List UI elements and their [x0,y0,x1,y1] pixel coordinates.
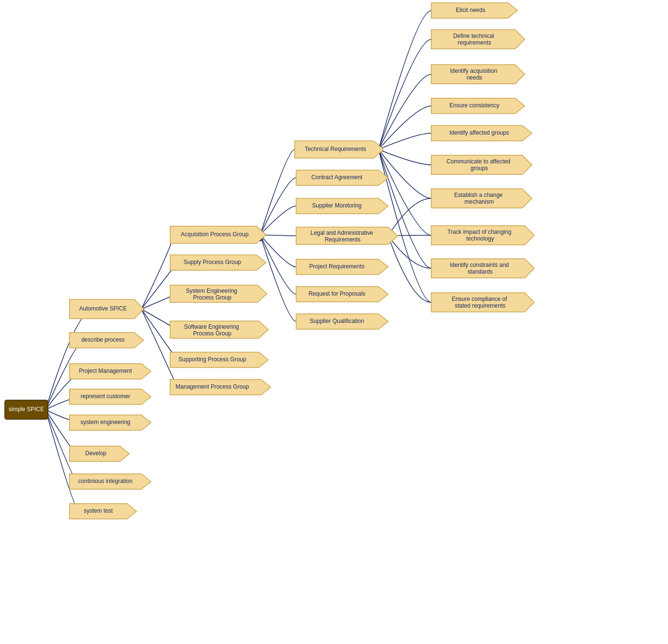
node-contract-agreement: Contract Agreement [296,170,388,185]
node-ensure-compliance: Ensure compliance of stated requirements [431,293,534,312]
describe-process-label: describe process [81,336,125,343]
node-establish-change-mechanism: Establish a change mechanism [431,189,532,208]
request-for-proposals-label: Request for Proposals [309,290,366,297]
node-system-engineering: system engineering [69,415,151,430]
develop-label: Develop [85,450,106,457]
management-process-group-label: Management Process Group [175,383,249,390]
supplier-monitoring-label: Supplier Monitoring [312,202,361,209]
project-management-label: Project Management [79,368,132,374]
node-acquisition-process-group: Acquisition Process Group [170,226,266,243]
root-label: simple SPICE [9,406,44,413]
system-test-label: system test [84,507,113,514]
node-define-technical-requirements: Define technical requirements [431,30,525,49]
node-software-engineering-process-group: Software Engineering Process Group [170,321,268,338]
system-engineering-process-group-label: System Engineering Process Group [186,288,239,301]
node-supply-process-group: Supply Process Group [170,255,266,270]
node-elicit-needs: Elicit needs [431,3,518,18]
node-develop: Develop [69,446,129,461]
node-management-process-group: Management Process Group [170,380,271,395]
node-communicate-to-affected-groups: Communicate to affected groups [431,155,532,174]
ensure-compliance-label: Ensure compliance of stated requirements [452,296,509,309]
node-project-management: Project Management [69,364,151,379]
supporting-process-group-label: Supporting Process Group [178,356,246,363]
node-system-test: system test [69,504,137,519]
elicit-needs-label: Elicit needs [456,7,485,13]
node-technical-requirements: Technical Requirements [295,141,383,158]
node-supporting-process-group: Supporting Process Group [170,352,268,368]
node-legal-admin-requirements: Legal and Administrative Requirements [296,227,398,244]
automotive-spice-label: Automotive SPICE [79,305,127,312]
node-represent-customer: represent customer [69,389,151,404]
node-system-engineering-process-group: System Engineering Process Group [170,285,267,302]
node-supplier-monitoring: Supplier Monitoring [296,198,388,214]
node-continious-integration: continious integration [69,474,151,489]
node-describe-process: describe process [69,333,144,348]
node-identify-affected-groups: Identify affected groups [431,126,532,141]
supply-process-group-label: Supply Process Group [184,259,241,265]
supplier-qualification-label: Supplier Qualification [310,318,364,324]
define-technical-requirements-label: Define technical requirements [453,33,496,46]
node-ensure-consistency: Ensure consistency [431,98,525,114]
represent-customer-label: represent customer [81,393,130,400]
identify-affected-groups-label: Identify affected groups [449,129,509,136]
node-identify-acquisition-needs: Identify acquisition needs [431,65,525,84]
node-request-for-proposals: Request for Proposals [296,287,388,302]
continious-integration-label: continious integration [78,478,132,484]
node-project-requirements: Project Requirements [296,259,388,275]
contract-agreement-label: Contract Agreement [311,174,363,181]
ensure-consistency-label: Ensure consistency [449,102,499,109]
project-requirements-label: Project Requirements [309,263,364,270]
node-automotive-spice: Automotive SPICE [69,299,144,319]
acquisition-process-group-label: Acquisition Process Group [181,231,249,238]
node-root: simple SPICE [5,400,48,419]
system-engineering-label: system engineering [81,419,130,426]
node-identify-constraints-standards: Identify constraints and standards [431,259,534,278]
technical-requirements-label: Technical Requirements [305,146,366,152]
node-supplier-qualification: Supplier Qualification [296,314,388,329]
node-track-impact: Track impact of changing technology [431,226,534,245]
